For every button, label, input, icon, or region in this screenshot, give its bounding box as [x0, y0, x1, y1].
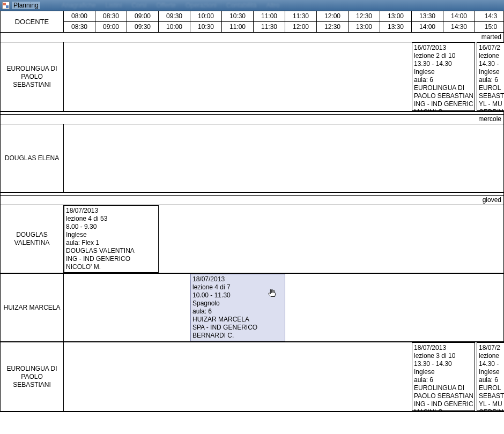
teacher-cell: DOUGLAS VALENTINA — [1, 205, 64, 273]
titlebar: Planning AnagraficheListiniCorsiOfferteO… — [0, 0, 504, 11]
lesson-block[interactable]: 18/07/2013 lezione 3 di 10 13.30 - 14.30… — [412, 342, 475, 411]
menubar-blurred: AnagraficheListiniCorsiOfferteOperazioni… — [40, 2, 502, 9]
timeline[interactable]: 18/07/2013 lezione 4 di 7 10.00 - 11.30 … — [64, 274, 503, 341]
lesson-block[interactable]: 16/07/2013 lezione 2 di 10 13.30 - 14.30… — [412, 42, 475, 111]
lesson-block[interactable]: 16/07/2 lezione 14.30 - Inglese aula: 6 … — [477, 42, 504, 111]
time-header-row: DOCENTE 08:0008:30 08:3009:00 09:0009:30… — [1, 11, 503, 33]
schedule-row-eurolingua-thu[interactable]: EUROLINGUA DI PAOLO SEBASTIANI 18/07/201… — [1, 342, 503, 411]
lesson-block-selected[interactable]: 18/07/2013 lezione 4 di 7 10.00 - 11.30 … — [190, 274, 285, 341]
lesson-block[interactable]: 18/07/2 lezione 14.30 - Inglese aula: 6 … — [477, 342, 504, 411]
docente-header: DOCENTE — [1, 11, 64, 32]
day-label-thu: gioved — [1, 196, 503, 205]
day-label-wed: mercole — [1, 115, 503, 124]
schedule-row-douglas-elena[interactable]: DOUGLAS ELENA — [1, 124, 503, 192]
day-label-tue: marted — [1, 33, 503, 42]
timeline[interactable]: 18/07/2013 lezione 3 di 10 13.30 - 14.30… — [64, 342, 503, 411]
time-columns: 08:0008:30 08:3009:00 09:0009:30 09:3010… — [64, 11, 503, 32]
timeline[interactable] — [64, 124, 503, 192]
window-title: Planning — [12, 2, 40, 9]
schedule-row-eurolingua-tue[interactable]: EUROLINGUA DI PAOLO SEBASTIANI 16/07/201… — [1, 42, 503, 111]
schedule-row-huizar[interactable]: HUIZAR MARCELA 18/07/2013 lezione 4 di 7… — [1, 273, 503, 342]
teacher-cell: HUIZAR MARCELA — [1, 274, 64, 341]
teacher-cell: EUROLINGUA DI PAOLO SEBASTIANI — [1, 42, 64, 111]
timeline[interactable]: 18/07/2013 lezione 4 di 53 8.00 - 9.30 I… — [64, 205, 503, 273]
window-icon — [2, 2, 10, 9]
teacher-cell: EUROLINGUA DI PAOLO SEBASTIANI — [1, 342, 64, 411]
teacher-cell: DOUGLAS ELENA — [1, 124, 64, 192]
timeline[interactable]: 16/07/2013 lezione 2 di 10 13.30 - 14.30… — [64, 42, 503, 111]
schedule-row-douglas-valentina[interactable]: DOUGLAS VALENTINA 18/07/2013 lezione 4 d… — [1, 205, 503, 273]
planning-grid[interactable]: DOCENTE 08:0008:30 08:3009:00 09:0009:30… — [0, 11, 504, 412]
lesson-block[interactable]: 18/07/2013 lezione 4 di 53 8.00 - 9.30 I… — [64, 205, 159, 273]
